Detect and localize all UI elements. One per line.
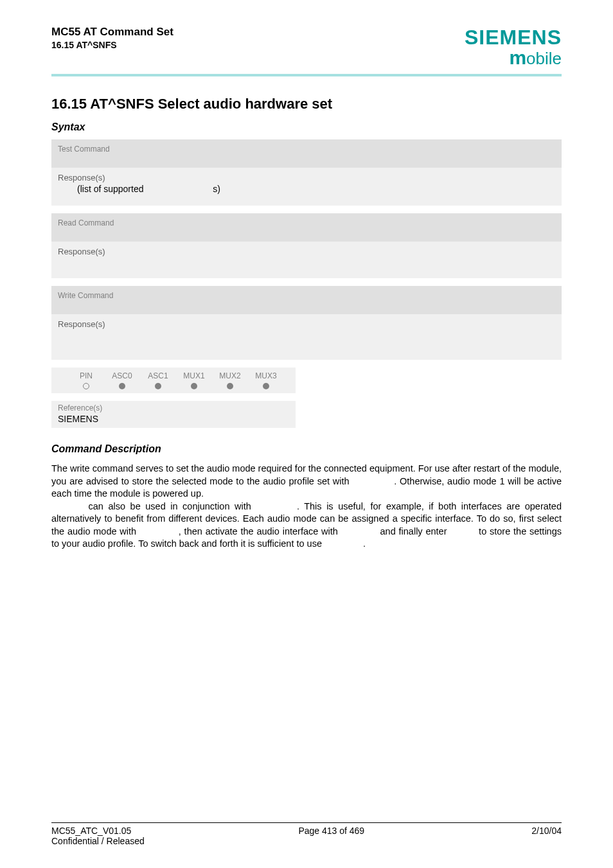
syntax-label: Syntax <box>51 121 562 133</box>
read-command-header: Read Command <box>51 213 562 242</box>
footer-divider <box>51 822 562 823</box>
write-command-header: Write Command <box>51 286 562 314</box>
doc-subtitle: 16.15 AT^SNFS <box>51 40 173 50</box>
indicator-col-asc0: ASC0 <box>104 371 140 389</box>
test-command-body: Response(s) (list of supported s) <box>51 168 562 206</box>
indicator-col-pin: PIN <box>68 371 104 389</box>
brand-logo: SIEMENS mobile <box>465 26 562 69</box>
test-response-line: (list of supported s) <box>58 184 555 194</box>
command-description-body: The write command serves to set the audi… <box>51 463 562 551</box>
footer-left2: Confidential / Released <box>51 836 562 846</box>
command-description-heading: Command Description <box>51 443 562 455</box>
indicator-label: PIN <box>80 371 93 380</box>
brand-mobile-text: mobile <box>465 47 562 69</box>
read-command-body: Response(s) <box>51 242 562 278</box>
footer-left1: MC55_ATC_V01.05 <box>51 826 131 836</box>
read-response-label: Response(s) <box>58 247 555 256</box>
desc-p2c: , then activate the audio interface with <box>179 526 341 536</box>
indicator-col-mux3: MUX3 <box>248 371 284 389</box>
test-response-a: (list of supported <box>77 184 146 194</box>
desc-p2f: . <box>363 538 366 549</box>
desc-p2a: can also be used in conjunction with <box>89 501 256 511</box>
indicator-label: ASC1 <box>148 371 168 380</box>
indicator-label: MUX1 <box>183 371 204 380</box>
dot-filled-icon <box>119 383 125 389</box>
reference-value: SIEMENS <box>58 414 289 424</box>
header-divider <box>51 74 562 76</box>
test-response-b: s) <box>213 184 220 194</box>
reference-block: Reference(s) SIEMENS <box>51 401 296 428</box>
indicator-label: MUX3 <box>255 371 276 380</box>
write-command-block: Write Command Response(s) <box>51 286 562 360</box>
footer-center: Page 413 of 469 <box>298 826 364 836</box>
brand-siemens-text: SIEMENS <box>465 26 562 49</box>
footer-right: 2/10/04 <box>531 826 562 836</box>
test-command-header: Test Command <box>51 139 562 168</box>
page-footer: MC55_ATC_V01.05 Page 413 of 469 2/10/04 … <box>51 822 562 846</box>
write-response-label: Response(s) <box>58 319 555 329</box>
brand-mobile-m: m <box>509 47 526 68</box>
dot-filled-icon <box>227 383 233 389</box>
reference-label: Reference(s) <box>58 403 289 412</box>
section-heading: 16.15 AT^SNFS Select audio hardware set <box>51 96 562 112</box>
read-command-block: Read Command Response(s) <box>51 213 562 278</box>
indicator-label: ASC0 <box>112 371 132 380</box>
write-command-body: Response(s) <box>51 314 562 360</box>
indicator-col-asc1: ASC1 <box>140 371 176 389</box>
indicator-col-mux1: MUX1 <box>176 371 212 389</box>
dot-filled-icon <box>155 383 161 389</box>
doc-title: MC55 AT Command Set <box>51 26 173 39</box>
indicator-bar: PIN ASC0 ASC1 MUX1 MUX2 MUX3 <box>51 368 296 393</box>
desc-p2d: and finally enter <box>380 526 450 536</box>
dot-filled-icon <box>263 383 269 389</box>
test-command-block: Test Command Response(s) (list of suppor… <box>51 139 562 206</box>
indicator-label: MUX2 <box>219 371 240 380</box>
dot-open-icon <box>83 383 89 389</box>
brand-mobile-rest: obile <box>526 49 562 68</box>
dot-filled-icon <box>191 383 197 389</box>
indicator-col-mux2: MUX2 <box>212 371 248 389</box>
test-response-label: Response(s) <box>58 173 555 182</box>
